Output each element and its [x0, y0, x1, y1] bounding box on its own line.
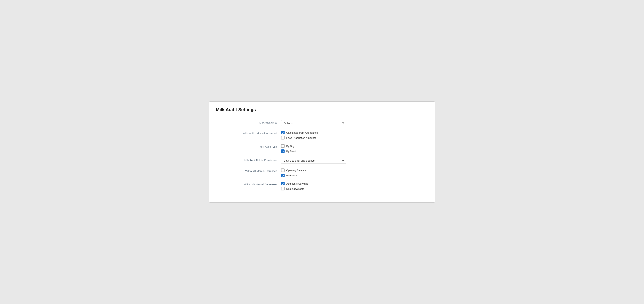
- milk-audit-manual-decreases-control: Additional Servings Spoilage/Waste: [281, 182, 428, 190]
- increase-purchase-label: Purchase: [286, 174, 297, 177]
- calc-food-production-label: Food Production Amounts: [286, 136, 316, 139]
- milk-audit-type-label: Milk Audit Type: [216, 144, 281, 148]
- calc-attendance-label: Calculated from Attendance: [286, 131, 318, 134]
- type-checkbox-group: By Day By Month: [281, 144, 428, 153]
- calc-food-production-checkbox[interactable]: [281, 136, 284, 139]
- milk-audit-manual-increases-control: Opening Balance Purchase: [281, 168, 428, 177]
- milk-audit-settings-card: Milk Audit Settings Milk Audit Units Gal…: [209, 102, 435, 202]
- decrease-spoilage-waste-item[interactable]: Spoilage/Waste: [281, 187, 428, 190]
- milk-audit-manual-increases-row: Milk Audit Manual Increases Opening Bala…: [216, 168, 428, 177]
- milk-audit-units-row: Milk Audit Units Gallons Liters Quarts: [216, 120, 428, 126]
- decrease-additional-servings-label: Additional Servings: [286, 182, 308, 185]
- increase-opening-balance-checkbox[interactable]: [281, 168, 284, 172]
- type-by-month-item[interactable]: By Month: [281, 149, 428, 153]
- divider: [216, 115, 428, 115]
- manual-decreases-checkbox-group: Additional Servings Spoilage/Waste: [281, 182, 428, 190]
- increase-opening-balance-item[interactable]: Opening Balance: [281, 168, 428, 172]
- milk-audit-manual-increases-label: Milk Audit Manual Increases: [216, 168, 281, 172]
- milk-audit-calculation-method-control: Calculated from Attendance Food Producti…: [281, 131, 428, 139]
- increase-purchase-item[interactable]: Purchase: [281, 174, 428, 177]
- milk-audit-units-label: Milk Audit Units: [216, 120, 281, 124]
- decrease-spoilage-waste-checkbox[interactable]: [281, 187, 284, 190]
- decrease-additional-servings-item[interactable]: Additional Servings: [281, 182, 428, 185]
- milk-audit-calculation-method-row: Milk Audit Calculation Method Calculated…: [216, 131, 428, 139]
- calculation-method-checkbox-group: Calculated from Attendance Food Producti…: [281, 131, 428, 139]
- milk-audit-type-control: By Day By Month: [281, 144, 428, 153]
- increase-opening-balance-label: Opening Balance: [286, 169, 306, 172]
- manual-increases-checkbox-group: Opening Balance Purchase: [281, 168, 428, 177]
- milk-audit-calculation-method-label: Milk Audit Calculation Method: [216, 131, 281, 135]
- calc-attendance-checkbox[interactable]: [281, 131, 284, 134]
- milk-audit-manual-decreases-row: Milk Audit Manual Decreases Additional S…: [216, 182, 428, 190]
- page-wrapper: Milk Audit Settings Milk Audit Units Gal…: [202, 95, 442, 209]
- card-title: Milk Audit Settings: [216, 107, 428, 112]
- increase-purchase-checkbox[interactable]: [281, 174, 284, 177]
- type-by-month-checkbox[interactable]: [281, 149, 284, 153]
- type-by-day-checkbox[interactable]: [281, 144, 284, 148]
- calc-attendance-item[interactable]: Calculated from Attendance: [281, 131, 428, 134]
- type-by-day-label: By Day: [286, 145, 294, 148]
- type-by-month-label: By Month: [286, 150, 297, 153]
- milk-audit-delete-permission-select[interactable]: Both Site Staff and Sponsor Site Staff O…: [281, 158, 346, 164]
- milk-audit-delete-permission-control: Both Site Staff and Sponsor Site Staff O…: [281, 158, 428, 164]
- milk-audit-type-row: Milk Audit Type By Day By Month: [216, 144, 428, 153]
- type-by-day-item[interactable]: By Day: [281, 144, 428, 148]
- milk-audit-units-select[interactable]: Gallons Liters Quarts: [281, 120, 346, 126]
- milk-audit-units-control: Gallons Liters Quarts: [281, 120, 428, 126]
- decrease-spoilage-waste-label: Spoilage/Waste: [286, 187, 304, 190]
- milk-audit-manual-decreases-label: Milk Audit Manual Decreases: [216, 182, 281, 186]
- milk-audit-delete-permission-label: Milk Audit Delete Permission: [216, 158, 281, 162]
- calc-food-production-item[interactable]: Food Production Amounts: [281, 136, 428, 139]
- milk-audit-delete-permission-row: Milk Audit Delete Permission Both Site S…: [216, 158, 428, 164]
- decrease-additional-servings-checkbox[interactable]: [281, 182, 284, 185]
